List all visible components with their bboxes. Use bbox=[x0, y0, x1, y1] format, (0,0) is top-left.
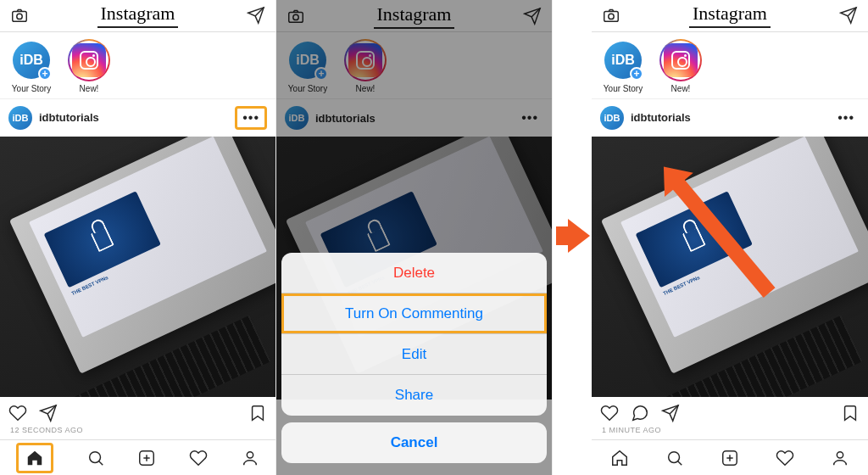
post-avatar[interactable]: iDB bbox=[8, 106, 32, 130]
bookmark-icon[interactable] bbox=[841, 404, 860, 422]
more-options-button[interactable]: ••• bbox=[832, 109, 860, 127]
post-username[interactable]: idbtutorials bbox=[39, 111, 228, 124]
screen-1: Instagram iDB+ Your Story New! iDB idbtu… bbox=[0, 0, 276, 475]
screen-3: Instagram iDB+ Your Story New! iDB idbtu… bbox=[592, 0, 868, 475]
story-label: Your Story bbox=[12, 84, 51, 93]
camera-icon[interactable] bbox=[10, 6, 29, 25]
post-header: iDB idbtutorials ••• bbox=[0, 98, 275, 137]
sheet-edit[interactable]: Edit bbox=[281, 334, 547, 375]
svg-point-1 bbox=[17, 14, 22, 20]
svg-rect-0 bbox=[13, 12, 27, 22]
tab-home[interactable] bbox=[610, 449, 629, 467]
top-bar: Instagram bbox=[0, 0, 275, 32]
timestamp: 12 SECONDS AGO bbox=[0, 426, 275, 439]
lock-icon bbox=[91, 226, 114, 252]
post-avatar[interactable]: iDB bbox=[600, 106, 624, 130]
svg-rect-7 bbox=[604, 12, 619, 22]
story-avatar-text: iDB bbox=[19, 53, 43, 68]
tab-bar bbox=[592, 439, 868, 475]
tab-search[interactable] bbox=[86, 449, 105, 467]
tab-search[interactable] bbox=[665, 449, 684, 467]
story-your-story[interactable]: iDB+ Your Story bbox=[602, 39, 644, 93]
plus-icon: + bbox=[38, 67, 52, 81]
action-sheet: Delete Turn On Commenting Edit Share Can… bbox=[281, 253, 547, 470]
comment-icon[interactable] bbox=[631, 404, 649, 422]
tab-home[interactable] bbox=[16, 443, 53, 473]
post-header: iDB idbtutorials ••• bbox=[592, 98, 868, 137]
svg-point-9 bbox=[668, 451, 679, 462]
camera-icon[interactable] bbox=[602, 6, 620, 25]
instagram-icon bbox=[80, 51, 98, 70]
tab-activity[interactable] bbox=[776, 449, 794, 467]
more-options-button[interactable]: ••• bbox=[235, 106, 267, 130]
screen-2: Instagram iDB+ Your Story New! iDB idbtu… bbox=[276, 0, 553, 475]
timestamp: 1 MINUTE AGO bbox=[592, 426, 868, 439]
top-bar: Instagram bbox=[592, 0, 868, 32]
tab-bar bbox=[0, 439, 275, 475]
post-image[interactable]: THE BEST VPNs bbox=[592, 137, 868, 398]
stories-row: iDB+ Your Story New! bbox=[0, 32, 275, 98]
svg-point-4 bbox=[247, 451, 253, 457]
tab-add[interactable] bbox=[721, 449, 739, 467]
app-logo: Instagram bbox=[97, 3, 179, 28]
post-image[interactable]: THE BEST VPNs bbox=[0, 137, 275, 398]
app-logo: Instagram bbox=[689, 3, 771, 28]
share-icon[interactable] bbox=[661, 404, 680, 422]
send-icon[interactable] bbox=[839, 6, 858, 25]
tab-activity[interactable] bbox=[189, 449, 208, 467]
tab-profile[interactable] bbox=[831, 449, 849, 467]
like-icon[interactable] bbox=[8, 404, 27, 422]
story-label: New! bbox=[80, 84, 99, 93]
svg-point-8 bbox=[609, 14, 614, 20]
stories-row: iDB+ Your Story New! bbox=[592, 32, 868, 98]
sheet-cancel[interactable]: Cancel bbox=[281, 422, 547, 463]
post-actions bbox=[0, 397, 275, 426]
like-icon[interactable] bbox=[600, 404, 619, 422]
bookmark-icon[interactable] bbox=[248, 404, 267, 422]
post-username[interactable]: idbtutorials bbox=[631, 111, 826, 124]
tab-profile[interactable] bbox=[241, 449, 259, 467]
send-icon[interactable] bbox=[247, 6, 265, 25]
svg-point-11 bbox=[837, 451, 843, 457]
tab-add[interactable] bbox=[137, 449, 156, 467]
sheet-turn-on-commenting[interactable]: Turn On Commenting bbox=[281, 293, 547, 334]
story-your-story[interactable]: iDB+ Your Story bbox=[10, 39, 53, 93]
post-actions bbox=[592, 397, 868, 426]
svg-point-2 bbox=[90, 451, 101, 462]
sheet-share[interactable]: Share bbox=[281, 375, 547, 416]
sheet-delete[interactable]: Delete bbox=[281, 253, 547, 293]
story-new[interactable]: New! bbox=[68, 39, 110, 93]
share-icon[interactable] bbox=[39, 404, 58, 422]
story-new[interactable]: New! bbox=[659, 39, 702, 93]
